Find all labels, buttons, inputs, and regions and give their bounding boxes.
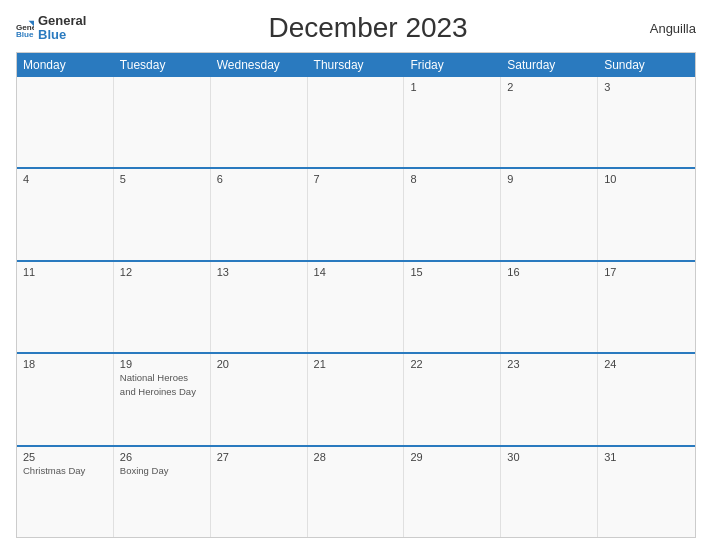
day-cell-w1-d2 xyxy=(114,77,211,167)
event-label: and Heroines Day xyxy=(120,386,204,398)
logo-icon: General Blue xyxy=(16,19,34,37)
day-cell-w1-d7: 3 xyxy=(598,77,695,167)
day-cell-w5-d1: 25Christmas Day xyxy=(17,447,114,537)
day-number: 16 xyxy=(507,266,591,278)
day-number: 30 xyxy=(507,451,591,463)
day-cell-w4-d2: 19National Heroesand Heroines Day xyxy=(114,354,211,444)
day-cell-w2-d6: 9 xyxy=(501,169,598,259)
day-cell-w2-d5: 8 xyxy=(404,169,501,259)
header-thursday: Thursday xyxy=(308,53,405,77)
day-number: 21 xyxy=(314,358,398,370)
logo-text-blue: Blue xyxy=(38,28,86,42)
day-cell-w4-d6: 23 xyxy=(501,354,598,444)
day-number: 10 xyxy=(604,173,689,185)
day-number: 17 xyxy=(604,266,689,278)
day-cell-w5-d6: 30 xyxy=(501,447,598,537)
week-row-5: 25Christmas Day26Boxing Day2728293031 xyxy=(17,445,695,537)
day-cell-w5-d3: 27 xyxy=(211,447,308,537)
day-cell-w2-d2: 5 xyxy=(114,169,211,259)
weeks-container: 12345678910111213141516171819National He… xyxy=(17,77,695,537)
day-number: 20 xyxy=(217,358,301,370)
day-cell-w2-d7: 10 xyxy=(598,169,695,259)
day-cell-w5-d5: 29 xyxy=(404,447,501,537)
day-cell-w3-d3: 13 xyxy=(211,262,308,352)
day-headers-row: Monday Tuesday Wednesday Thursday Friday… xyxy=(17,53,695,77)
day-number: 5 xyxy=(120,173,204,185)
header-monday: Monday xyxy=(17,53,114,77)
header-tuesday: Tuesday xyxy=(114,53,211,77)
day-number: 8 xyxy=(410,173,494,185)
day-cell-w5-d4: 28 xyxy=(308,447,405,537)
day-number: 13 xyxy=(217,266,301,278)
header-wednesday: Wednesday xyxy=(211,53,308,77)
day-cell-w2-d3: 6 xyxy=(211,169,308,259)
day-cell-w1-d4 xyxy=(308,77,405,167)
day-number: 4 xyxy=(23,173,107,185)
day-number: 27 xyxy=(217,451,301,463)
day-number: 9 xyxy=(507,173,591,185)
day-number: 2 xyxy=(507,81,591,93)
day-cell-w4-d5: 22 xyxy=(404,354,501,444)
calendar-header: General Blue General Blue December 2023 … xyxy=(16,12,696,44)
day-cell-w1-d5: 1 xyxy=(404,77,501,167)
day-cell-w3-d4: 14 xyxy=(308,262,405,352)
calendar-title: December 2023 xyxy=(86,12,649,44)
week-row-2: 45678910 xyxy=(17,167,695,259)
day-number: 3 xyxy=(604,81,689,93)
week-row-3: 11121314151617 xyxy=(17,260,695,352)
day-number: 22 xyxy=(410,358,494,370)
day-number: 23 xyxy=(507,358,591,370)
event-label: Christmas Day xyxy=(23,465,107,477)
day-cell-w3-d5: 15 xyxy=(404,262,501,352)
logo-text-general: General xyxy=(38,14,86,28)
logo: General Blue General Blue xyxy=(16,14,86,43)
day-cell-w4-d4: 21 xyxy=(308,354,405,444)
event-label: Boxing Day xyxy=(120,465,204,477)
day-number: 29 xyxy=(410,451,494,463)
country-name: Anguilla xyxy=(650,21,696,36)
header-saturday: Saturday xyxy=(501,53,598,77)
event-label: National Heroes xyxy=(120,372,204,384)
header-friday: Friday xyxy=(404,53,501,77)
day-cell-w3-d1: 11 xyxy=(17,262,114,352)
page: General Blue General Blue December 2023 … xyxy=(0,0,712,550)
day-number: 1 xyxy=(410,81,494,93)
day-number: 12 xyxy=(120,266,204,278)
day-cell-w2-d1: 4 xyxy=(17,169,114,259)
day-cell-w3-d7: 17 xyxy=(598,262,695,352)
calendar: Monday Tuesday Wednesday Thursday Friday… xyxy=(16,52,696,538)
day-cell-w4-d1: 18 xyxy=(17,354,114,444)
day-number: 28 xyxy=(314,451,398,463)
day-number: 26 xyxy=(120,451,204,463)
day-cell-w1-d3 xyxy=(211,77,308,167)
week-row-1: 123 xyxy=(17,77,695,167)
day-cell-w4-d7: 24 xyxy=(598,354,695,444)
svg-text:Blue: Blue xyxy=(16,30,34,37)
day-number: 7 xyxy=(314,173,398,185)
day-number: 25 xyxy=(23,451,107,463)
day-cell-w3-d6: 16 xyxy=(501,262,598,352)
day-number: 6 xyxy=(217,173,301,185)
day-number: 14 xyxy=(314,266,398,278)
day-number: 18 xyxy=(23,358,107,370)
week-row-4: 1819National Heroesand Heroines Day20212… xyxy=(17,352,695,444)
day-number: 24 xyxy=(604,358,689,370)
header-sunday: Sunday xyxy=(598,53,695,77)
day-number: 19 xyxy=(120,358,204,370)
day-cell-w1-d1 xyxy=(17,77,114,167)
day-cell-w5-d2: 26Boxing Day xyxy=(114,447,211,537)
day-number: 15 xyxy=(410,266,494,278)
day-number: 31 xyxy=(604,451,689,463)
day-cell-w2-d4: 7 xyxy=(308,169,405,259)
day-cell-w5-d7: 31 xyxy=(598,447,695,537)
day-cell-w1-d6: 2 xyxy=(501,77,598,167)
day-cell-w3-d2: 12 xyxy=(114,262,211,352)
day-cell-w4-d3: 20 xyxy=(211,354,308,444)
day-number: 11 xyxy=(23,266,107,278)
